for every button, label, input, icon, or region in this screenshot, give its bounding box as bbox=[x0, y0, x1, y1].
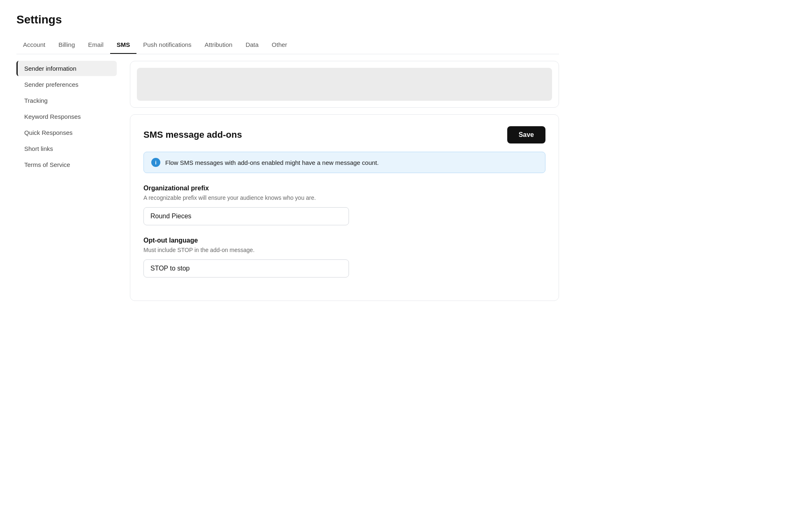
sidebar: Sender information Sender preferences Tr… bbox=[16, 54, 123, 308]
top-card bbox=[130, 61, 559, 108]
info-icon: i bbox=[151, 158, 160, 167]
opt-out-input[interactable] bbox=[143, 259, 349, 278]
info-banner: i Flow SMS messages with add-ons enabled… bbox=[143, 152, 545, 173]
org-prefix-desc: A recognizable prefix will ensure your a… bbox=[143, 194, 545, 202]
org-prefix-section: Organizational prefix A recognizable pre… bbox=[143, 185, 545, 225]
content-area: SMS message add-ons Save i Flow SMS mess… bbox=[123, 54, 559, 308]
org-prefix-input[interactable] bbox=[143, 207, 349, 225]
sidebar-item-sender-preferences[interactable]: Sender preferences bbox=[16, 77, 117, 92]
save-button[interactable]: Save bbox=[507, 126, 545, 143]
tab-account[interactable]: Account bbox=[16, 36, 52, 54]
tab-email[interactable]: Email bbox=[81, 36, 110, 54]
tab-sms[interactable]: SMS bbox=[110, 36, 137, 54]
tab-other[interactable]: Other bbox=[265, 36, 294, 54]
tab-billing[interactable]: Billing bbox=[52, 36, 81, 54]
sidebar-item-keyword-responses[interactable]: Keyword Responses bbox=[16, 109, 117, 124]
opt-out-section: Opt-out language Must include STOP in th… bbox=[143, 237, 545, 278]
top-card-gray-area bbox=[137, 68, 552, 101]
page-title: Settings bbox=[16, 13, 559, 26]
org-prefix-title: Organizational prefix bbox=[143, 185, 545, 192]
sidebar-item-quick-responses[interactable]: Quick Responses bbox=[16, 125, 117, 140]
tab-attribution[interactable]: Attribution bbox=[198, 36, 239, 54]
card-header: SMS message add-ons Save bbox=[143, 126, 545, 143]
addons-card-title: SMS message add-ons bbox=[143, 130, 242, 140]
tab-push-notifications[interactable]: Push notifications bbox=[136, 36, 198, 54]
sidebar-item-sender-information[interactable]: Sender information bbox=[16, 61, 117, 76]
info-banner-text: Flow SMS messages with add-ons enabled m… bbox=[165, 159, 379, 166]
top-nav: Account Billing Email SMS Push notificat… bbox=[16, 36, 559, 54]
main-layout: Sender information Sender preferences Tr… bbox=[16, 54, 559, 308]
opt-out-desc: Must include STOP in the add-on message. bbox=[143, 246, 545, 254]
sidebar-item-short-links[interactable]: Short links bbox=[16, 141, 117, 156]
addons-card: SMS message add-ons Save i Flow SMS mess… bbox=[130, 114, 559, 301]
opt-out-title: Opt-out language bbox=[143, 237, 545, 244]
sidebar-item-terms-of-service[interactable]: Terms of Service bbox=[16, 157, 117, 172]
sidebar-item-tracking[interactable]: Tracking bbox=[16, 93, 117, 108]
tab-data[interactable]: Data bbox=[239, 36, 265, 54]
